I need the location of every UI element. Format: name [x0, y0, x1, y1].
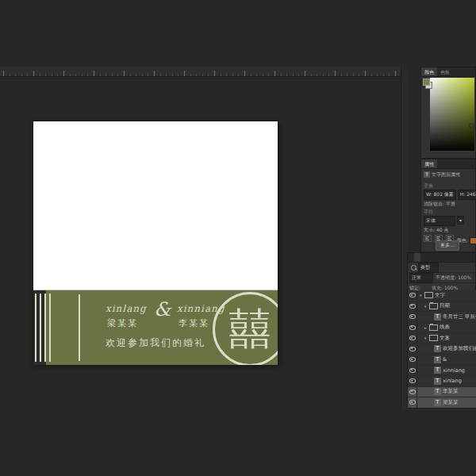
layer-name[interactable]: 欢迎参加我们的婚礼 — [443, 345, 476, 352]
tab-properties[interactable]: 属性 — [421, 159, 437, 168]
document-canvas[interactable]: xinlang & xinniang 梁某某 李某某 欢迎参加我们的婚礼 囍 — [33, 121, 278, 364]
color-picker-marker[interactable] — [469, 123, 474, 129]
layer-name[interactable]: 梁某某 — [443, 399, 459, 406]
invitation-line-text: 欢迎参加我们的婚礼 — [106, 336, 205, 350]
text-layer-icon: T — [434, 313, 441, 321]
color-panel-tabs: 颜色 色板 — [421, 67, 475, 77]
visibility-eye-icon[interactable] — [408, 301, 417, 312]
blend-mode-dropdown[interactable]: 正常 — [409, 273, 433, 283]
visibility-eye-icon[interactable] — [408, 312, 417, 322]
align-left-icon[interactable] — [424, 235, 432, 242]
ellipse-icon[interactable] — [407, 92, 420, 105]
visibility-eye-icon[interactable] — [408, 344, 417, 355]
layers-panel-tab[interactable] — [414, 253, 420, 262]
pinstripe-line — [40, 294, 41, 362]
layer-name[interactable]: 文字 — [435, 292, 445, 299]
layer-name[interactable]: xinlang — [443, 378, 462, 384]
text-layer-icon: T — [434, 367, 441, 374]
ai-panel-icon[interactable] — [407, 105, 420, 117]
tab-color[interactable]: 颜色 — [421, 67, 437, 76]
collapse-panels-icon[interactable] — [407, 67, 420, 79]
color-panel: 颜色 色板 — [420, 67, 476, 159]
horizontal-ruler[interactable] — [0, 67, 407, 77]
bride-name-text: 李某某 — [178, 317, 209, 329]
text-layer-icon: T — [434, 399, 441, 406]
pen-icon[interactable] — [407, 117, 420, 130]
visibility-eye-icon[interactable] — [408, 355, 417, 365]
layer-row[interactable]: ▾ 文字 — [408, 290, 476, 301]
layer-name[interactable]: 日期 — [440, 302, 450, 309]
visibility-eye-icon[interactable] — [408, 376, 417, 386]
text-layer-icon: T — [424, 171, 430, 178]
foreground-color-swatch[interactable] — [423, 79, 430, 86]
more-options-button[interactable]: 更多... — [436, 240, 459, 251]
text-layer-icon: T — [434, 356, 441, 363]
transform-section-label: 变换 — [424, 182, 473, 190]
layers-panel: 类型 正常 不透明度: 100% 锁定: 填充: 100% ▾ 文字 — [407, 252, 476, 409]
layers-panel-tab[interactable] — [420, 253, 427, 262]
font-family-dropdown[interactable]: 宋体 — [424, 216, 455, 226]
layer-name[interactable]: 文案 — [440, 335, 450, 342]
group-folder-icon — [429, 324, 438, 331]
ampersand-text: & — [154, 298, 171, 321]
layer-row[interactable]: T 李某某 — [408, 387, 476, 398]
move-tool-icon[interactable] — [407, 79, 420, 92]
layer-row[interactable]: T 冬月廿三 甲辰年 丙子月 — [408, 312, 476, 323]
layers-panel-tab[interactable] — [408, 253, 414, 262]
pinstripe-line — [44, 294, 46, 362]
divider-line — [79, 294, 80, 361]
layer-name[interactable]: 线条 — [440, 324, 450, 331]
text-layer-icon: T — [434, 378, 441, 385]
double-happiness-circle: 囍 — [213, 292, 278, 365]
visibility-eye-icon[interactable] — [408, 333, 417, 344]
groom-name-text: 梁某某 — [107, 317, 138, 329]
antialias-setting[interactable]: 消除锯齿: 平滑 — [424, 201, 473, 208]
height-field[interactable]: H: 246 像素 — [458, 190, 476, 200]
pinstripe-line — [49, 294, 51, 362]
opacity-field[interactable]: 不透明度: 100% — [436, 274, 471, 282]
filter-type-dropdown[interactable]: 类型 — [418, 263, 439, 273]
layer-name[interactable]: xinniang — [443, 367, 465, 374]
layer-row[interactable]: T xinlang — [408, 376, 476, 387]
tab-swatches[interactable]: 色板 — [437, 67, 453, 76]
collapsed-panels-strip — [407, 67, 421, 252]
layer-row[interactable]: ▾ 日期 — [408, 301, 476, 313]
layer-list: ▾ 文字 ▾ 日期 — [408, 290, 476, 408]
properties-panel: 属性 T文字图层属性 变换 W: 802 像素 H: 246 像素 消除锯齿: … — [420, 159, 476, 252]
layer-filter-row: 类型 — [408, 263, 475, 273]
pinstripe-line — [35, 294, 36, 362]
layer-name[interactable]: & — [443, 356, 447, 363]
text-layer-icon: T — [434, 388, 441, 395]
layer-row[interactable]: T & — [408, 355, 476, 366]
right-panel-column: 颜色 色板 属性 T文字图层属性 变换 W: 802 像素 H: 246 像素 … — [407, 67, 476, 409]
width-field[interactable]: W: 802 像素 — [424, 190, 456, 200]
search-icon — [411, 265, 416, 271]
font-style-dropdown[interactable]: ▾ — [457, 216, 464, 225]
text-layer-icon: T — [434, 345, 441, 352]
text-color-swatch[interactable] — [470, 237, 476, 244]
layer-name[interactable]: 李某某 — [443, 388, 459, 395]
layer-name[interactable]: 冬月廿三 甲辰年 丙子月 — [443, 313, 476, 321]
character-section-label: 字符 — [424, 209, 473, 216]
layer-row[interactable]: T 梁某某 — [408, 397, 476, 408]
properties-title: T文字图层属性 — [424, 171, 473, 178]
group-folder-icon — [429, 303, 438, 309]
group-folder-icon — [424, 292, 433, 298]
visibility-eye-icon[interactable] — [408, 290, 417, 301]
photoshop-window: { "ruler": {"labels": [{"t":"-50"},{"t":… — [0, 0, 476, 476]
layer-row[interactable]: ▾ 文案 — [408, 333, 476, 344]
invitation-green-band: xinlang & xinniang 梁某某 李某某 欢迎参加我们的婚礼 囍 — [33, 290, 278, 365]
layers-panel-tab[interactable] — [427, 253, 433, 262]
blend-mode-row: 正常 不透明度: 100% — [408, 273, 475, 283]
groom-pinyin-text: xinlang — [106, 303, 147, 314]
layer-row[interactable]: T xinniang — [408, 366, 476, 377]
layer-row[interactable]: ▸ 线条 — [408, 323, 476, 334]
visibility-eye-icon[interactable] — [408, 366, 417, 376]
visibility-eye-icon[interactable] — [408, 387, 417, 397]
visibility-eye-icon[interactable] — [408, 397, 417, 408]
double-happiness-character: 囍 — [215, 294, 278, 364]
font-size-field[interactable]: 大小: 40 点 — [424, 227, 473, 234]
layer-row[interactable]: T 欢迎参加我们的婚礼 — [408, 344, 476, 355]
color-gradient-field[interactable] — [430, 78, 474, 151]
visibility-eye-icon[interactable] — [408, 323, 417, 333]
